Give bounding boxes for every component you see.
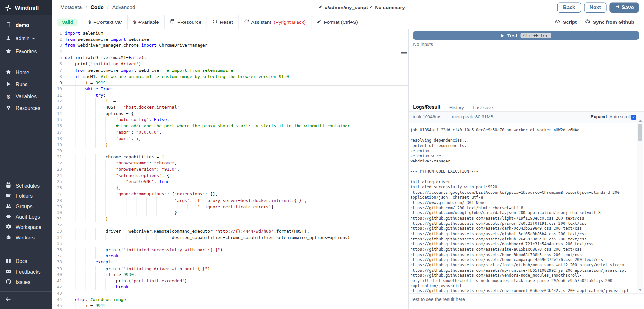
script-preview-button[interactable]: Script xyxy=(555,19,577,25)
code-line[interactable]: 37 break xyxy=(52,253,408,259)
code-line[interactable]: 12 i += 1 xyxy=(52,98,408,104)
save-button[interactable]: Save xyxy=(609,2,639,12)
format-button[interactable]: Format (Ctrl+S) xyxy=(311,15,363,29)
line-number: 20 xyxy=(52,147,62,154)
code-line[interactable]: 10 while True: xyxy=(52,86,408,92)
code-line[interactable]: 2from seleniumwire import webdriver xyxy=(52,36,408,42)
workspace-selector[interactable]: demo xyxy=(0,20,52,31)
code-line[interactable]: 36 print(f"initiated successfully with p… xyxy=(52,247,408,253)
code-line[interactable]: 9 i = 9919 xyxy=(52,80,408,86)
app-logo[interactable]: Windmill xyxy=(0,0,52,15)
code-line[interactable]: 30 } xyxy=(52,209,408,216)
code-line[interactable]: 28 'args': [f'--proxy-server=host.docker… xyxy=(52,197,408,203)
code-line[interactable]: 1import selenium xyxy=(52,30,408,36)
logs-scrollbar[interactable] xyxy=(637,118,643,292)
code-line[interactable]: 16 # the addr and the port where the pro… xyxy=(52,123,408,129)
add-variable-button[interactable]: $ +Variable xyxy=(127,15,164,29)
sidebar-item-docs[interactable]: Docs xyxy=(0,256,52,267)
sidebar-item-audit-logs[interactable]: Audit Logs xyxy=(0,211,52,222)
user-menu[interactable]: admin xyxy=(0,33,52,44)
code-line[interactable]: 11 try: xyxy=(52,92,408,98)
code-line[interactable]: 19 } xyxy=(52,141,408,147)
line-number: 1 xyxy=(52,30,62,36)
add-context-var-button[interactable]: $ +Context Var xyxy=(83,15,127,29)
tab-separator: / xyxy=(86,5,87,10)
line-number: 45 xyxy=(52,302,62,309)
code-line[interactable]: 22 "browserName": "chrome", xyxy=(52,160,408,166)
code-line[interactable]: 45 i = 9919 xyxy=(52,302,408,309)
code-line[interactable]: 5def initiateDriver(macM1=False): xyxy=(52,55,408,61)
script-path[interactable]: u/admin/my_script xyxy=(318,5,368,10)
code-line[interactable]: 14 options = { xyxy=(52,111,408,117)
line-number: 37 xyxy=(52,253,62,259)
code-line[interactable]: 18 'port': i, xyxy=(52,135,408,142)
expand-logs-button[interactable]: Expand xyxy=(591,115,607,119)
script-summary[interactable]: No summary xyxy=(369,5,405,10)
add-resource-button[interactable]: +Resource xyxy=(164,15,207,29)
code-editor[interactable]: 1import selenium2from seleniumwire impor… xyxy=(52,29,408,308)
sidebar-item-runs[interactable]: Runs xyxy=(0,79,52,90)
logs-scrollbar-thumb[interactable] xyxy=(638,124,642,141)
code-line[interactable]: 6 print("initiating driver") xyxy=(52,61,408,67)
sidebar-item-workers[interactable]: Workers xyxy=(0,232,52,243)
code-line[interactable]: 42 break xyxy=(52,284,408,290)
scroll-up-arrow-icon[interactable] xyxy=(638,120,642,122)
sidebar-item-feedbacks[interactable]: Feedbacks xyxy=(0,267,52,277)
code-line[interactable]: 8 if macM1: #if we are on mac m1 -> cust… xyxy=(52,73,408,80)
code-line[interactable]: 24 "selenoid:options": { xyxy=(52,172,408,178)
code-line[interactable]: 38 except: xyxy=(52,259,408,265)
sync-from-github-button[interactable]: Sync from Github xyxy=(585,19,634,25)
next-button[interactable]: Next xyxy=(584,2,606,12)
code-line[interactable]: 39 print(f"initiating driver with port:{… xyxy=(52,265,408,271)
sidebar-item-resources[interactable]: Resources xyxy=(0,103,52,114)
back-button[interactable]: Back xyxy=(557,2,581,12)
test-button[interactable]: Test Ctrl+Enter xyxy=(413,31,639,40)
code-line[interactable]: 13 HOST = 'host.docker.internal' xyxy=(52,104,408,111)
code-line[interactable]: 40 if i > 9930: xyxy=(52,271,408,278)
code-line[interactable]: 32 xyxy=(52,222,408,228)
sidebar-item-issues[interactable]: Issues xyxy=(0,277,52,288)
code-line[interactable]: 34 desired_capabilities=chrome_capabilit… xyxy=(52,234,408,240)
code-line[interactable]: 31 } xyxy=(52,216,408,222)
sidebar-item-folders[interactable]: Folders xyxy=(0,191,52,202)
code-line[interactable]: 26 }, xyxy=(52,185,408,191)
log-output[interactable]: job 01864aff-22dd-cf40-f0c5-0ec8e9b50c70… xyxy=(410,123,635,293)
tab-logs-result[interactable]: Logs/Result xyxy=(409,103,444,112)
auto-scroll-checkbox[interactable]: ✓ xyxy=(631,115,636,120)
code-line[interactable]: 23 "browserVersion": "91.0", xyxy=(52,166,408,172)
editor-scrollbar-thumb[interactable] xyxy=(401,52,407,54)
code-line[interactable]: 43 xyxy=(52,290,408,296)
code-line[interactable]: 7 from seleniumwire import webdriver # I… xyxy=(52,67,408,73)
tab-code[interactable]: Code xyxy=(90,5,103,10)
tab-history[interactable]: History xyxy=(445,103,469,112)
code-line[interactable]: 17 'addr': '0.0.0.0', xyxy=(52,129,408,135)
person-icon xyxy=(5,35,11,42)
tab-advanced[interactable]: Advanced xyxy=(112,5,135,10)
sidebar-item-schedules[interactable]: Schedules xyxy=(0,180,52,191)
sidebar-item-variables[interactable]: $ Variables xyxy=(0,91,52,102)
code-line[interactable]: 3from webdriver_manager.chrome import Ch… xyxy=(52,42,408,49)
code-line[interactable]: 21 chrome_capabilities = { xyxy=(52,154,408,160)
collapse-sidebar-button[interactable] xyxy=(5,296,11,304)
sidebar-item-favorites[interactable]: Favorites xyxy=(0,46,52,57)
code-line[interactable]: 29 '--ignore-certificate-errors'] xyxy=(52,203,408,209)
sidebar-item-groups[interactable]: Groups xyxy=(0,201,52,212)
code-line[interactable]: 41 print("port limit exceeded") xyxy=(52,278,408,284)
code-line[interactable]: 25 "enableVNC": True xyxy=(52,178,408,185)
reset-button[interactable]: Reset xyxy=(207,15,238,29)
code-line[interactable]: 44 else: #windows image xyxy=(52,296,408,302)
assistant-button[interactable]: Assistant (Pyright Black) xyxy=(238,15,311,29)
code-line[interactable]: 4 xyxy=(52,49,408,55)
sidebar-item-workspace[interactable]: Workspace xyxy=(0,222,52,233)
sidebar-item-home[interactable]: Home xyxy=(0,67,52,78)
tab-metadata[interactable]: Metadata xyxy=(60,5,82,10)
line-number: 27 xyxy=(52,191,62,197)
tab-last-save[interactable]: Last save xyxy=(468,103,498,112)
code-line[interactable]: 15 'auto_config': False, xyxy=(52,117,408,123)
scroll-down-arrow-icon[interactable] xyxy=(638,289,642,291)
code-line[interactable]: 35 xyxy=(52,240,408,247)
code-line[interactable]: 27 'goog:chromeOptions': {'extensions': … xyxy=(52,191,408,197)
code-line[interactable]: 20 xyxy=(52,147,408,154)
code-text: print("port limit exceeded") xyxy=(62,278,408,284)
code-line[interactable]: 33 driver = webdriver.Remote(command_exe… xyxy=(52,228,408,234)
